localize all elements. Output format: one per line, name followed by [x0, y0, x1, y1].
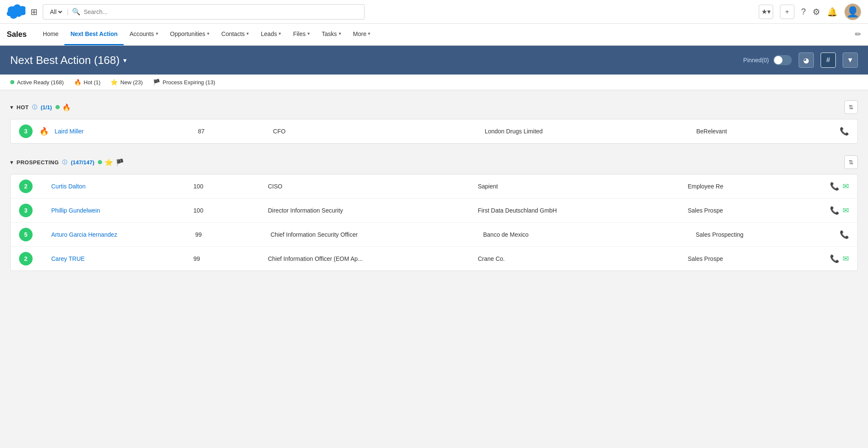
row-company: Crane Co.	[478, 255, 681, 262]
hot-section-count: (1/1)	[41, 104, 52, 111]
search-input[interactable]	[84, 8, 359, 15]
row-badge: 3	[19, 124, 33, 138]
notifications-icon[interactable]: 🔔	[827, 7, 838, 17]
row-company: London Drugs Limited	[485, 128, 690, 135]
pinned-area: Pinned(0)	[743, 55, 792, 65]
favorites-button[interactable]: ★▾	[759, 5, 773, 19]
page-header: Next Best Action (168) ▾ Pinned(0) ◕ # ▼	[0, 46, 868, 75]
prospecting-section-title: PROSPECTING	[17, 159, 59, 166]
nav-item-contacts[interactable]: Contacts ▾	[216, 23, 255, 45]
hot-section-title: HOT	[17, 104, 29, 111]
settings-icon[interactable]: ⚙	[813, 7, 820, 17]
nav-item-tasks[interactable]: Tasks ▾	[316, 23, 347, 45]
avatar[interactable]: 👤	[844, 3, 861, 20]
help-icon[interactable]: ?	[801, 7, 806, 17]
top-actions: ★▾ + ? ⚙ 🔔 👤	[759, 3, 861, 20]
nav-label-accounts: Accounts	[130, 30, 154, 37]
pinned-toggle[interactable]	[773, 55, 792, 65]
hot-section-icons: 🔥	[55, 103, 71, 111]
email-icon[interactable]: ✉	[843, 182, 849, 191]
row-name[interactable]: Carey TRUE	[51, 255, 187, 262]
plus-icon: +	[785, 8, 789, 16]
row-name[interactable]: Arturo Garcia Hernandez	[51, 231, 188, 238]
row-action: Employee Re	[688, 183, 823, 190]
status-active-ready[interactable]: Active Ready (168)	[10, 79, 64, 86]
row-action-buttons: 📞 ✉	[830, 182, 849, 191]
prospecting-sort-button[interactable]: ⇅	[844, 155, 858, 169]
prospecting-section-table: 2 Curtis Dalton 100 CISO Sapient Employe…	[10, 174, 858, 271]
filter-button[interactable]: ▼	[843, 53, 858, 68]
hot-green-dot	[55, 105, 60, 109]
row-name[interactable]: Laird Miller	[55, 128, 191, 135]
hot-info-icon[interactable]: ⓘ	[32, 104, 37, 111]
nav-item-leads[interactable]: Leads ▾	[255, 23, 287, 45]
nav-edit-icon[interactable]: ✏	[855, 30, 861, 39]
email-icon[interactable]: ✉	[843, 254, 849, 263]
row-score: 87	[198, 128, 266, 135]
status-new[interactable]: ⭐ New (23)	[111, 79, 143, 86]
hot-collapse-icon[interactable]: ▾	[10, 104, 13, 111]
page-title-chevron-icon[interactable]: ▾	[123, 56, 127, 64]
prospecting-flag-icon: 🏴	[116, 158, 124, 166]
row-job-title: Director Information Security	[268, 207, 471, 214]
phone-icon[interactable]: 📞	[840, 230, 849, 239]
prospecting-section-count: (147/147)	[71, 159, 94, 166]
status-process-expiring[interactable]: 🏴 Process Expiring (13)	[153, 79, 215, 86]
nav-item-files[interactable]: Files ▾	[287, 23, 316, 45]
star-icon: ★▾	[761, 8, 771, 16]
nav-item-accounts[interactable]: Accounts ▾	[124, 23, 164, 45]
phone-icon[interactable]: 📞	[830, 182, 839, 191]
app-grid-icon[interactable]: ⊞	[30, 7, 38, 17]
row-job-title: CISO	[268, 183, 471, 190]
prospecting-green-dot	[98, 160, 102, 164]
new-label: New (23)	[120, 79, 143, 86]
more-chevron-icon: ▾	[368, 31, 370, 36]
main-content: ▾ HOT ⓘ (1/1) 🔥 ⇅ 3 🔥 Laird Miller 87 CF…	[0, 90, 868, 293]
row-score: 100	[194, 183, 261, 190]
files-chevron-icon: ▾	[307, 31, 310, 36]
nav-item-home[interactable]: Home	[37, 23, 64, 45]
phone-icon[interactable]: 📞	[830, 254, 839, 263]
table-row: 2 Carey TRUE 99 Chief Information Office…	[11, 247, 857, 271]
row-job-title: Chief Information Security Officer	[271, 231, 476, 238]
sort-icon: ⇅	[849, 159, 854, 166]
status-hot[interactable]: 🔥 Hot (1)	[74, 79, 101, 86]
prospecting-info-icon[interactable]: ⓘ	[62, 159, 67, 166]
row-action: Sales Prospe	[688, 207, 823, 214]
add-button[interactable]: +	[780, 5, 794, 19]
row-action-buttons: 📞	[840, 230, 849, 239]
row-action: Sales Prospecting	[696, 231, 833, 238]
table-row: 2 Curtis Dalton 100 CISO Sapient Employe…	[11, 174, 857, 199]
prospecting-collapse-icon[interactable]: ▾	[10, 159, 13, 166]
row-job-title: Chief Information Officer (EOM Ap...	[268, 255, 471, 262]
hot-label: Hot (1)	[84, 79, 101, 86]
sort-icon: ⇅	[849, 104, 854, 111]
nav-item-more[interactable]: More ▾	[347, 23, 377, 45]
row-company: First Data Deutschland GmbH	[478, 207, 681, 214]
page-title-text: Next Best Action (168)	[10, 54, 120, 67]
top-bar: ⊞ All | 🔍 ★▾ + ? ⚙ 🔔 👤	[0, 0, 868, 24]
hot-sort-button[interactable]: ⇅	[844, 100, 858, 114]
row-fire-icon: 🔥	[39, 127, 48, 136]
row-name[interactable]: Phillip Gundelwein	[51, 207, 187, 214]
row-name[interactable]: Curtis Dalton	[51, 183, 187, 190]
email-icon[interactable]: ✉	[843, 206, 849, 215]
nav-label-more: More	[353, 30, 367, 37]
process-expiring-label: Process Expiring (13)	[163, 79, 215, 86]
view-hash-button[interactable]: #	[821, 53, 836, 68]
phone-icon[interactable]: 📞	[830, 206, 839, 215]
pinned-label: Pinned(0)	[743, 57, 769, 64]
hash-icon: #	[827, 56, 830, 64]
nav-item-opportunities[interactable]: Opportunities ▾	[164, 23, 216, 45]
hot-fire-icon: 🔥	[74, 79, 81, 86]
nav-label-home: Home	[43, 30, 58, 37]
row-score: 99	[195, 231, 264, 238]
active-ready-dot	[10, 80, 14, 84]
salesforce-logo[interactable]	[7, 2, 25, 22]
nav-item-next-best-action[interactable]: Next Best Action	[64, 23, 124, 45]
nav-label-files: Files	[293, 30, 306, 37]
phone-icon[interactable]: 📞	[840, 127, 849, 136]
view-pie-button[interactable]: ◕	[799, 53, 814, 68]
search-filter-select[interactable]: All	[48, 8, 64, 16]
page-title: Next Best Action (168) ▾	[10, 54, 736, 67]
